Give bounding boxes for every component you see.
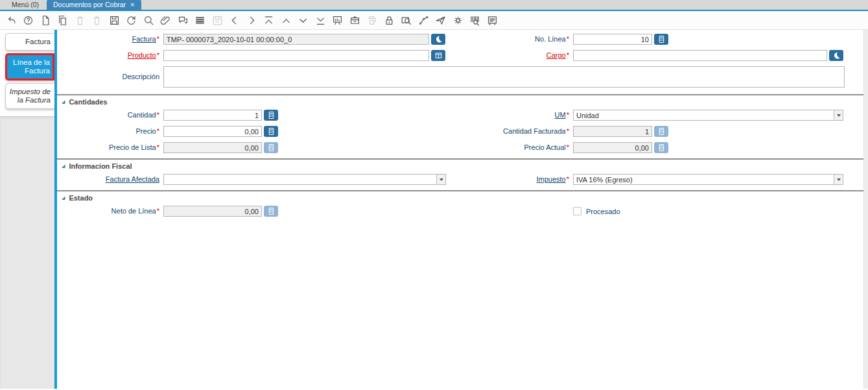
undo-button[interactable] bbox=[5, 14, 18, 27]
new-record-button[interactable] bbox=[39, 14, 52, 27]
find-icon bbox=[143, 14, 155, 27]
quick-form-button[interactable] bbox=[486, 14, 499, 27]
factura-afectada-value[interactable] bbox=[164, 175, 436, 184]
sidebar-tab-linea-de-la-factura[interactable]: Línea de la Factura bbox=[5, 53, 54, 80]
producto-input[interactable] bbox=[163, 50, 429, 61]
copy-record-icon bbox=[56, 14, 69, 27]
grid-toggle-button[interactable] bbox=[194, 14, 207, 27]
cargo-input[interactable] bbox=[573, 50, 827, 61]
detail-record-icon bbox=[246, 14, 258, 27]
last-record-button[interactable] bbox=[314, 14, 327, 27]
report-button[interactable] bbox=[331, 14, 344, 27]
record-info-icon bbox=[434, 35, 443, 43]
sidebar-tab-impuesto-de-la-factura[interactable]: Impuesto de la Factura bbox=[5, 83, 54, 109]
precio-input[interactable] bbox=[163, 126, 262, 137]
previous-record-button[interactable] bbox=[279, 14, 292, 27]
workflow-button[interactable] bbox=[417, 14, 430, 27]
previous-record-icon bbox=[280, 14, 292, 27]
requests-button[interactable] bbox=[434, 14, 447, 27]
factura-afectada-label[interactable]: Factura Afectada bbox=[106, 175, 159, 183]
required-mark: * bbox=[567, 127, 569, 135]
neto-de-linea-input bbox=[163, 206, 262, 217]
find-button[interactable] bbox=[142, 14, 155, 27]
um-label[interactable]: UM bbox=[555, 111, 566, 119]
no-linea-calculator-button[interactable] bbox=[654, 34, 668, 45]
delete-record-button bbox=[73, 14, 86, 27]
factura-label[interactable]: Factura bbox=[132, 35, 156, 43]
factura-record-button[interactable] bbox=[431, 34, 445, 45]
impuesto-dropdown-button[interactable] bbox=[834, 175, 843, 184]
section-estado-header[interactable]: ◢ Estado bbox=[57, 191, 868, 206]
cantidad-calculator-button[interactable] bbox=[264, 110, 278, 121]
save-button[interactable] bbox=[108, 14, 121, 27]
cantidad-facturada-calculator-button bbox=[654, 126, 668, 137]
tab-menu-label: Menú (0) bbox=[12, 1, 39, 8]
precio-calculator-button[interactable] bbox=[264, 126, 278, 137]
um-dropdown-button[interactable] bbox=[834, 110, 843, 120]
chat-button[interactable] bbox=[176, 14, 189, 27]
sidebar-tab-impuesto-label: Impuesto de la Factura bbox=[10, 88, 51, 104]
archive-button[interactable] bbox=[348, 14, 361, 27]
precio-actual-calculator-button bbox=[654, 142, 668, 153]
close-icon[interactable]: × bbox=[130, 0, 134, 10]
workflow-icon bbox=[417, 14, 430, 27]
factura-afectada-select[interactable] bbox=[163, 174, 446, 185]
impuesto-label[interactable]: Impuesto bbox=[536, 175, 565, 183]
required-mark: * bbox=[157, 143, 159, 151]
next-record-button[interactable] bbox=[297, 14, 310, 27]
impuesto-select[interactable] bbox=[573, 174, 843, 185]
chevron-down-icon bbox=[837, 114, 841, 119]
help-icon bbox=[22, 14, 34, 27]
precio-de-lista-calculator-button bbox=[264, 142, 278, 153]
um-value[interactable] bbox=[574, 110, 834, 120]
refresh-button[interactable] bbox=[125, 14, 138, 27]
calculator-icon bbox=[267, 207, 276, 215]
detail-record-button[interactable] bbox=[245, 14, 258, 27]
quick-form-icon bbox=[486, 14, 499, 27]
precio-actual-input bbox=[573, 142, 652, 153]
zoom-across-button[interactable] bbox=[400, 14, 413, 27]
required-mark: * bbox=[567, 143, 569, 151]
delete-selection-icon bbox=[91, 14, 103, 27]
print-button bbox=[366, 14, 379, 27]
process-button[interactable] bbox=[451, 14, 464, 27]
calculator-icon bbox=[267, 127, 276, 136]
lock-icon bbox=[383, 14, 395, 27]
help-button[interactable] bbox=[22, 14, 35, 27]
chevron-down-icon bbox=[837, 178, 841, 183]
descripcion-textarea[interactable] bbox=[163, 66, 845, 88]
next-record-icon bbox=[297, 14, 309, 27]
um-select[interactable] bbox=[573, 110, 843, 121]
lock-button[interactable] bbox=[382, 14, 395, 27]
collapse-triangle-icon: ◢ bbox=[62, 99, 65, 104]
section-cantidades-header[interactable]: ◢ Cantidades bbox=[57, 95, 868, 110]
section-informacion-fiscal-header[interactable]: ◢ Informacion Fiscal bbox=[57, 160, 868, 174]
required-mark: * bbox=[567, 51, 569, 59]
tab-documentos-por-cobrar[interactable]: Documentos por Cobrar × bbox=[47, 0, 141, 10]
cantidad-input[interactable] bbox=[163, 110, 262, 121]
zoom-across-icon bbox=[400, 14, 412, 27]
vertical-scrollbar[interactable] bbox=[863, 30, 868, 389]
sidebar-tab-factura[interactable]: Factura bbox=[5, 33, 54, 51]
toolbar: 31 bbox=[0, 11, 868, 30]
parent-record-button[interactable] bbox=[228, 14, 241, 27]
tab-menu[interactable]: Menú (0) bbox=[5, 0, 45, 10]
factura-input[interactable] bbox=[163, 34, 429, 45]
procesado-checkbox[interactable] bbox=[573, 207, 581, 215]
producto-label[interactable]: Producto bbox=[128, 51, 156, 59]
copy-record-button[interactable] bbox=[56, 14, 69, 27]
cargo-record-button[interactable] bbox=[829, 50, 843, 61]
product-info-button[interactable] bbox=[469, 14, 482, 27]
factura-afectada-dropdown-button[interactable] bbox=[436, 175, 445, 184]
requests-icon bbox=[434, 14, 447, 27]
product-search-icon bbox=[434, 51, 443, 60]
cargo-label[interactable]: Cargo bbox=[546, 51, 566, 59]
precio-actual-label: Precio Actual bbox=[524, 143, 566, 151]
form-panel: Factura* No. Línea* Producto* Cargo* bbox=[57, 30, 868, 389]
impuesto-value[interactable] bbox=[574, 175, 834, 184]
calculator-icon bbox=[267, 143, 276, 152]
first-record-button[interactable] bbox=[263, 14, 276, 27]
attachment-button[interactable] bbox=[159, 14, 172, 27]
producto-search-button[interactable] bbox=[431, 50, 445, 61]
no-linea-input[interactable] bbox=[573, 34, 652, 45]
